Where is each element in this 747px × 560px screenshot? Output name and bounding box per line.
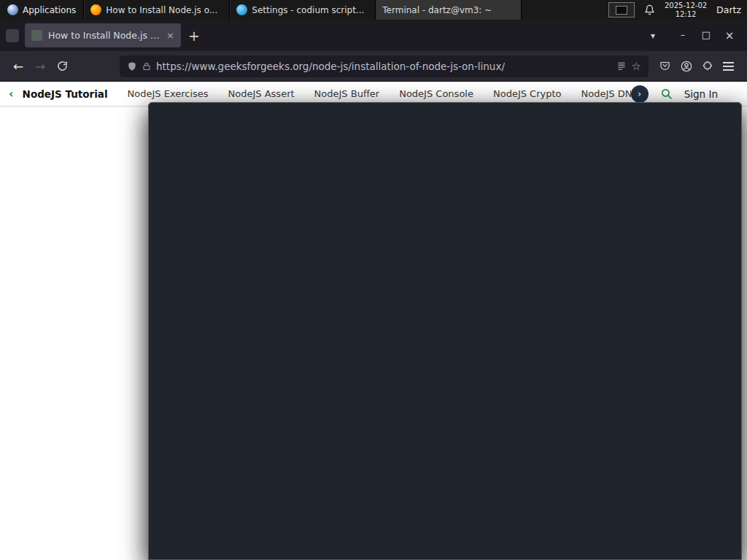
browser-tab-bar: How to Install Node.js on... × + ▾ – □ × xyxy=(0,20,747,51)
top-panel: Applications How to Install Node.js o...… xyxy=(0,0,747,20)
taskbar-button-label: Settings - codium script... xyxy=(252,5,364,15)
browser-tab[interactable]: How to Install Node.js on... × xyxy=(25,23,181,47)
applications-label: Applications xyxy=(23,5,76,15)
firefox-view-button[interactable] xyxy=(6,29,19,42)
nav-scroll-left-icon[interactable]: ‹ xyxy=(9,87,14,101)
sign-in-button[interactable]: Sign In xyxy=(684,88,718,100)
account-icon[interactable] xyxy=(681,61,692,72)
user-menu[interactable]: Dartz xyxy=(716,4,741,15)
padlock-icon[interactable] xyxy=(142,61,151,71)
extensions-icon[interactable] xyxy=(703,61,713,71)
codium-icon xyxy=(236,4,247,15)
distro-logo-icon xyxy=(7,4,18,15)
desktop: Applications How to Install Node.js o...… xyxy=(0,0,747,560)
list-all-tabs-icon[interactable]: ▾ xyxy=(651,31,655,41)
taskbar-button-firefox[interactable]: How to Install Node.js o... xyxy=(84,0,230,20)
window-close-button[interactable]: × xyxy=(718,29,741,42)
site-nav-link[interactable]: NodeJS Crypto xyxy=(493,88,562,99)
site-favicon xyxy=(31,30,42,41)
site-nav-link[interactable]: NodeJS Buffer xyxy=(314,88,380,99)
pocket-icon[interactable] xyxy=(659,61,670,71)
window-minimize-button[interactable]: – xyxy=(671,29,694,42)
applications-menu-button[interactable]: Applications xyxy=(0,0,83,20)
menu-hamburger-icon[interactable] xyxy=(723,62,734,71)
url-bar[interactable]: https://www.geeksforgeeks.org/node-js/in… xyxy=(120,55,649,77)
window-controls: – □ × xyxy=(671,29,741,42)
site-nav-link[interactable]: NodeJS Tutorial xyxy=(23,88,108,100)
clock-time: 12:12 xyxy=(665,10,707,19)
tab-title: How to Install Node.js on... xyxy=(48,30,160,41)
taskbar-button-label: Terminal - dartz@vm3: ~ xyxy=(382,5,492,15)
taskbar-button-terminal[interactable]: Terminal - dartz@vm3: ~ xyxy=(376,0,522,20)
browser-navbar: ← → https://www.geeksforgeeks.org/node-j… xyxy=(0,51,747,82)
notification-bell-icon[interactable] xyxy=(644,4,655,15)
site-nav-link[interactable]: NodeJS DNS xyxy=(581,88,631,99)
url-text: https://www.geeksforgeeks.org/node-js/in… xyxy=(156,61,505,72)
firefox-icon xyxy=(90,4,101,15)
reload-button[interactable] xyxy=(51,61,73,71)
clock-date: 2025-12-02 xyxy=(665,1,707,10)
clock[interactable]: 2025-12-02 12:12 xyxy=(665,1,707,18)
site-nav-link[interactable]: NodeJS Console xyxy=(399,88,473,99)
bookmark-star-icon[interactable]: ☆ xyxy=(632,60,641,73)
window-maximize-button[interactable]: □ xyxy=(694,29,718,42)
window-taskbar: How to Install Node.js o...Settings - co… xyxy=(84,0,522,20)
taskbar-button-label: How to Install Node.js o... xyxy=(106,5,217,15)
tab-close-icon[interactable]: × xyxy=(166,30,174,41)
workspace-switcher[interactable] xyxy=(608,2,635,18)
nav-scroll-right-icon[interactable]: › xyxy=(631,85,649,103)
back-button[interactable]: ← xyxy=(7,59,29,74)
site-search-icon[interactable] xyxy=(660,88,673,100)
forward-button[interactable]: → xyxy=(29,59,51,74)
site-nav-items: NodeJS TutorialNodeJS ExercisesNodeJS As… xyxy=(23,88,631,100)
site-nav-link[interactable]: NodeJS Assert xyxy=(228,88,295,99)
site-nav-link[interactable]: NodeJS Exercises xyxy=(128,88,209,99)
tracking-protection-shield-icon[interactable] xyxy=(127,61,137,72)
workspace-window-icon xyxy=(616,6,627,15)
taskbar-button-codium[interactable]: Settings - codium script... xyxy=(230,0,376,20)
reader-view-icon[interactable] xyxy=(616,61,627,71)
new-tab-button[interactable]: + xyxy=(188,28,200,44)
